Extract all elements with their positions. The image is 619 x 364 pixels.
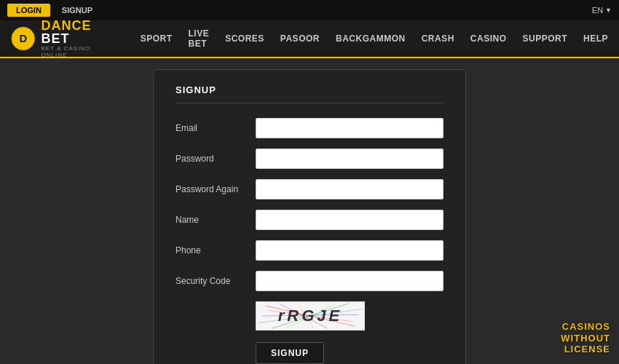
signup-submit-button[interactable]: SIGNUP xyxy=(256,342,324,364)
signup-title: SIGNUP xyxy=(176,84,443,103)
security-code-row: Security Code xyxy=(176,271,443,291)
security-code-input[interactable] xyxy=(256,271,443,291)
lang-arrow-icon: ▼ xyxy=(605,7,612,14)
watermark-line2: WITHOUT xyxy=(561,333,610,344)
nav-item-help[interactable]: HELP xyxy=(583,33,608,44)
logo-main-text: DANCE BET xyxy=(42,19,119,45)
phone-row: Phone xyxy=(176,240,443,261)
header: D DANCE BET BET & CASINO ONLINE SPORT LI… xyxy=(0,20,619,58)
signup-card: SIGNUP Email Password Password Again Nam… xyxy=(153,69,466,364)
logo-sub-text: BET & CASINO ONLINE xyxy=(42,45,119,58)
name-label: Name xyxy=(176,215,256,225)
nav-item-pasoor[interactable]: PASOOR xyxy=(280,33,320,44)
captcha-text: rRGJE xyxy=(278,306,342,325)
email-input[interactable] xyxy=(256,118,443,138)
name-input[interactable] xyxy=(256,210,443,230)
lang-label: EN xyxy=(592,6,603,15)
nav-item-crash[interactable]: CRASH xyxy=(422,33,454,44)
logo-icon: D xyxy=(11,25,36,52)
watermark-line3: LICENSE xyxy=(561,344,610,355)
captcha-area: rRGJE xyxy=(256,301,443,331)
email-row: Email xyxy=(176,118,443,138)
password-input[interactable] xyxy=(256,149,443,169)
main-nav: SPORT LIVE BET SCORES PASOOR BACKGAMMON … xyxy=(141,28,608,49)
nav-item-backgammon[interactable]: BACKGAMMON xyxy=(336,33,406,44)
nav-item-sport[interactable]: SPORT xyxy=(141,33,173,44)
top-bar-left: LOGIN SIGNUP xyxy=(7,4,101,17)
email-label: Email xyxy=(176,123,256,133)
top-bar: LOGIN SIGNUP EN ▼ xyxy=(0,0,619,20)
nav-item-support[interactable]: SUPPORT xyxy=(522,33,567,44)
password-label: Password xyxy=(176,154,256,164)
password-again-row: Password Again xyxy=(176,179,443,199)
security-code-label: Security Code xyxy=(176,276,256,286)
nav-item-livebet[interactable]: LIVE BET xyxy=(188,28,209,49)
svg-text:D: D xyxy=(19,33,27,44)
login-button[interactable]: LOGIN xyxy=(7,4,50,17)
logo-text: DANCE BET BET & CASINO ONLINE xyxy=(42,19,119,58)
password-again-input[interactable] xyxy=(256,179,443,199)
phone-input[interactable] xyxy=(256,240,443,261)
phone-label: Phone xyxy=(176,245,256,256)
watermark: CASINOS WITHOUT LICENSE xyxy=(561,321,610,355)
password-row: Password xyxy=(176,149,443,169)
password-again-label: Password Again xyxy=(176,184,256,194)
content-area: SIGNUP Email Password Password Again Nam… xyxy=(0,58,619,364)
nav-item-casino[interactable]: CASINO xyxy=(470,33,507,44)
name-row: Name xyxy=(176,210,443,230)
captcha-image: rRGJE xyxy=(256,301,365,331)
logo[interactable]: D DANCE BET BET & CASINO ONLINE xyxy=(11,19,119,58)
nav-item-scores[interactable]: SCORES xyxy=(225,33,264,44)
watermark-line1: CASINOS xyxy=(561,321,610,333)
language-selector[interactable]: EN ▼ xyxy=(592,6,612,15)
signup-top-button[interactable]: SIGNUP xyxy=(53,4,101,17)
